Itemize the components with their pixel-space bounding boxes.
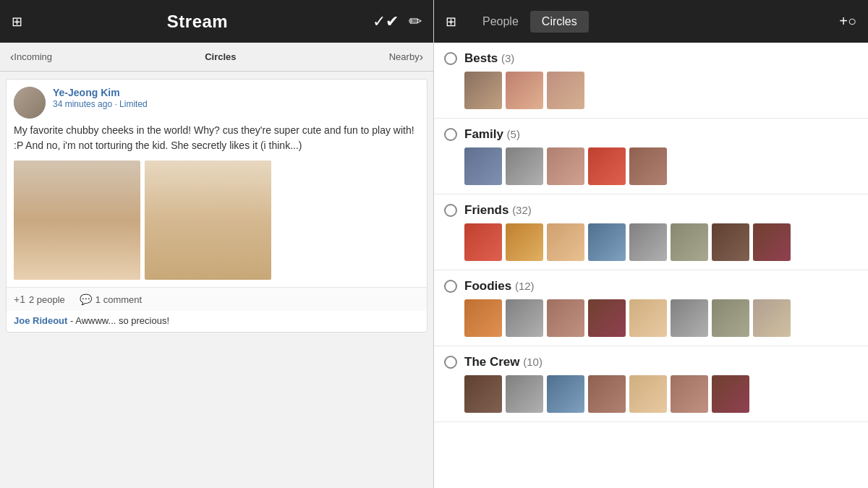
avatar[interactable]: [14, 87, 46, 119]
tab-circles[interactable]: Circles: [530, 11, 589, 33]
member-thumb[interactable]: [671, 223, 708, 261]
member-thumb[interactable]: [588, 147, 626, 185]
circle-radio[interactable]: [444, 356, 457, 369]
left-header: ⊞ Stream ✔ ✏: [0, 0, 433, 43]
comment-icon: 💬: [80, 294, 92, 305]
header-icons: ✔ ✏: [373, 12, 422, 31]
member-thumb[interactable]: [671, 299, 708, 337]
post-time: 34 minutes ago · Limited: [53, 99, 148, 109]
post-footer: +1 2 people 💬 1 comment: [7, 287, 427, 311]
poster-name[interactable]: Ye-Jeong Kim: [53, 87, 148, 98]
member-thumb[interactable]: [547, 223, 584, 261]
circle-name: Friends (32): [464, 203, 532, 218]
comment-author[interactable]: Joe Rideout: [14, 315, 67, 326]
circle-header-row: Friends (32): [444, 203, 858, 218]
circle-count: (12): [515, 280, 535, 292]
plus-icon: +1: [14, 294, 25, 305]
plus-stat[interactable]: +1 2 people: [14, 294, 65, 305]
member-thumb[interactable]: [547, 299, 584, 337]
member-thumb[interactable]: [547, 375, 584, 413]
member-thumb[interactable]: [588, 299, 626, 337]
member-thumb[interactable]: [506, 223, 543, 261]
circles-list: Bests (3)Family (5)Friends (32)Foodies (…: [434, 43, 868, 488]
circle-row[interactable]: Family (5): [434, 119, 868, 194]
comment-preview: Joe Rideout - Awwww... so precious!: [7, 311, 427, 332]
member-thumb[interactable]: [547, 147, 584, 185]
member-thumb[interactable]: [588, 223, 626, 261]
circle-name: Foodies (12): [464, 279, 535, 294]
circle-radio[interactable]: [444, 128, 457, 141]
plus-count: 2 people: [29, 294, 65, 305]
incoming-nav[interactable]: Incoming: [0, 43, 62, 71]
circle-count: (10): [523, 356, 542, 368]
circle-name: Bests (3): [464, 51, 514, 66]
circle-header-row: Bests (3): [444, 51, 858, 66]
circle-members: [444, 375, 858, 413]
circle-row[interactable]: Foodies (12): [434, 270, 868, 346]
right-nav-tabs: People Circles +○: [471, 11, 856, 33]
circle-row[interactable]: Bests (3): [434, 43, 868, 119]
sub-nav: Incoming Circles Nearby: [0, 43, 433, 72]
circle-header-row: Family (5): [444, 127, 858, 142]
left-panel: ⊞ Stream ✔ ✏ Incoming Circles Nearby Ye-…: [0, 0, 434, 488]
comment-stat[interactable]: 💬 1 comment: [80, 294, 142, 305]
post-image-1[interactable]: [14, 160, 140, 280]
comment-count: 1 comment: [95, 294, 142, 305]
post-body: My favorite chubby cheeks in the world! …: [7, 123, 427, 160]
check-icon[interactable]: ✔: [373, 12, 399, 31]
grid-icon-right[interactable]: ⊞: [446, 14, 456, 30]
member-thumb[interactable]: [629, 147, 667, 185]
member-thumb[interactable]: [464, 223, 502, 261]
right-panel: ⊞ People Circles +○ Bests (3)Family (5)F…: [434, 0, 868, 488]
member-thumb[interactable]: [712, 223, 749, 261]
right-header: ⊞ People Circles +○: [434, 0, 868, 43]
member-thumb[interactable]: [464, 299, 502, 337]
circle-radio[interactable]: [444, 204, 457, 217]
tab-people[interactable]: People: [471, 11, 530, 33]
post-image-2[interactable]: [145, 160, 271, 280]
member-thumb[interactable]: [671, 375, 708, 413]
post-images: [7, 160, 427, 287]
circle-members: [444, 223, 858, 261]
circle-count: (5): [507, 128, 520, 140]
member-thumb[interactable]: [506, 299, 543, 337]
member-thumb[interactable]: [464, 72, 502, 109]
stream-title: Stream: [167, 12, 228, 32]
circle-name: The Crew (10): [464, 355, 542, 369]
circle-header-row: Foodies (12): [444, 279, 858, 294]
member-thumb[interactable]: [588, 375, 626, 413]
member-thumb[interactable]: [712, 375, 749, 413]
member-thumb[interactable]: [547, 72, 584, 109]
add-circle-button[interactable]: +○: [839, 13, 856, 30]
member-thumb[interactable]: [506, 72, 543, 109]
member-thumb[interactable]: [506, 375, 543, 413]
member-thumb[interactable]: [753, 223, 791, 261]
member-thumb[interactable]: [629, 223, 667, 261]
circle-members: [444, 72, 858, 109]
member-thumb[interactable]: [506, 147, 543, 185]
member-thumb[interactable]: [629, 299, 667, 337]
member-thumb[interactable]: [629, 375, 667, 413]
post-card: Ye-Jeong Kim 34 minutes ago · Limited My…: [6, 79, 427, 333]
circle-row[interactable]: The Crew (10): [434, 346, 868, 422]
nearby-nav[interactable]: Nearby: [379, 43, 433, 71]
circle-count: (3): [501, 52, 514, 64]
circle-radio[interactable]: [444, 280, 457, 293]
circle-row[interactable]: Friends (32): [434, 194, 868, 270]
post-meta: Ye-Jeong Kim 34 minutes ago · Limited: [53, 87, 148, 109]
circle-members: [444, 299, 858, 337]
member-thumb[interactable]: [464, 375, 502, 413]
post-header: Ye-Jeong Kim 34 minutes ago · Limited: [7, 80, 427, 123]
circle-name: Family (5): [464, 127, 520, 142]
circle-header-row: The Crew (10): [444, 355, 858, 369]
circle-radio[interactable]: [444, 52, 457, 65]
circles-nav[interactable]: Circles: [195, 43, 246, 71]
member-thumb[interactable]: [464, 147, 502, 185]
member-thumb[interactable]: [753, 299, 791, 337]
edit-icon[interactable]: ✏: [409, 12, 422, 31]
member-thumb[interactable]: [712, 299, 749, 337]
comment-text: - Awwww... so precious!: [67, 315, 169, 326]
circle-members: [444, 147, 858, 185]
grid-icon-left[interactable]: ⊞: [12, 14, 22, 30]
circle-count: (32): [512, 204, 532, 216]
